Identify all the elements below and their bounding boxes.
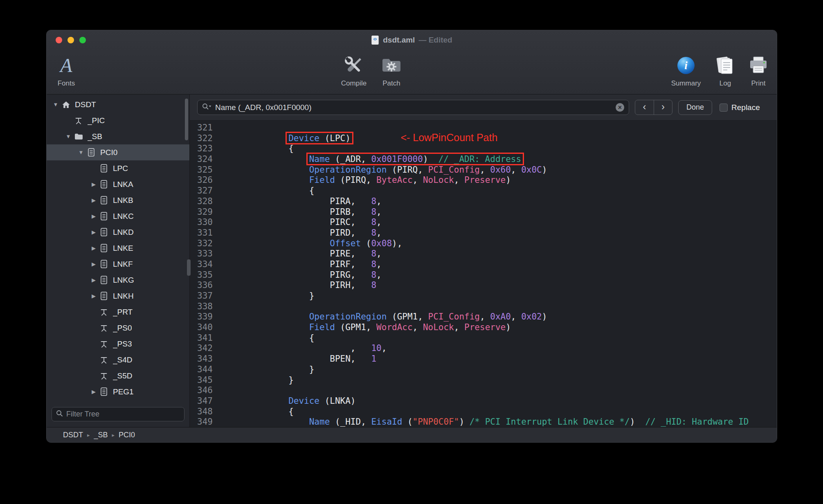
zoom-window-button[interactable] [79,37,86,43]
find-field[interactable]: × [197,100,629,115]
done-button[interactable]: Done [678,100,712,115]
close-window-button[interactable] [56,37,62,43]
disclosure-closed-icon[interactable]: ▶ [89,293,99,299]
replace-checkbox[interactable] [720,104,728,112]
code-line-346[interactable]: 346 [190,385,777,396]
tree-item-_S5D[interactable]: _S5D [47,368,189,384]
sidebar-resize-handle[interactable] [187,259,191,276]
tree-item-_SB[interactable]: ▼_SB [47,128,189,144]
disclosure-closed-icon[interactable]: ▶ [89,261,99,267]
code-line-330[interactable]: 330 PIRC, 8, [190,217,777,228]
code-line-348[interactable]: 348 { [190,407,777,417]
disclosure-closed-icon[interactable]: ▶ [89,181,99,187]
tree-item-_PS0[interactable]: _PS0 [47,320,189,336]
fonts-icon: A [60,52,72,79]
fonts-button[interactable]: A Fonts [48,52,84,88]
clear-search-button[interactable]: × [616,103,624,112]
code-line-323[interactable]: 323 { [190,144,777,154]
code-text: } [247,291,777,302]
code-line-332[interactable]: 332 Offset (0x08), [190,239,777,249]
breadcrumb-item-_SB[interactable]: _SB [94,431,108,439]
code-line-347[interactable]: 347 Device (LNKA) [190,396,777,407]
tree-item-LNKH[interactable]: ▶LNKH [47,288,189,304]
code-line-328[interactable]: 328 PIRA, 8, [190,196,777,207]
code-line-327[interactable]: 327 { [190,186,777,196]
filter-tree-area [47,404,189,427]
filter-tree-field[interactable] [52,407,184,421]
find-next-button[interactable]: › [654,100,672,115]
disclosure-open-icon[interactable]: ▼ [63,133,73,140]
compile-button[interactable]: Compile [336,52,372,88]
disclosure-closed-icon[interactable]: ▶ [89,197,99,203]
code-line-321[interactable]: 321 [190,123,777,133]
minimize-window-button[interactable] [67,37,74,43]
code-line-329[interactable]: 329 PIRB, 8, [190,207,777,218]
code-line-324[interactable]: 324 Name (_ADR, 0x001F0000) // _ADR: Add… [190,154,777,165]
disclosure-open-icon[interactable]: ▼ [76,149,86,155]
tree-item-_PIC[interactable]: _PIC [47,112,189,128]
tree-item-LNKC[interactable]: ▶LNKC [47,208,189,224]
code-line-336[interactable]: 336 PIRH, 8 [190,280,777,291]
tree-item-label: LNKF [113,260,133,269]
tree-item-LPC[interactable]: LPC [47,160,189,176]
code-line-331[interactable]: 331 PIRD, 8, [190,228,777,239]
search-options-icon[interactable] [202,103,212,112]
code-line-343[interactable]: 343 BPEN, 1 [190,354,777,364]
tree-item-LNKD[interactable]: ▶LNKD [47,224,189,240]
code-text: Name (_HID, EisaId ("PNP0C0F") /* PCI In… [247,417,777,427]
code-line-334[interactable]: 334 PIRF, 8, [190,259,777,270]
tree-item-label: LNKH [113,292,134,301]
summary-button[interactable]: i Summary [668,52,704,88]
code-text: , 10, [247,343,777,354]
breadcrumb-item-PCI0[interactable]: PCI0 [119,431,135,439]
disclosure-closed-icon[interactable]: ▶ [89,229,99,235]
code-line-338[interactable]: 338 [190,302,777,312]
tree-item-PEG1[interactable]: ▶PEG1 [47,384,189,400]
tree-item-label: PCI0 [100,148,117,157]
code-editor[interactable]: 321322 Device (LPC)<- LowPinCount Path32… [190,121,777,427]
tree-item-LNKA[interactable]: ▶LNKA [47,176,189,192]
line-number: 348 [190,407,215,417]
code-line-340[interactable]: 340 Field (GPM1, WordAcc, NoLock, Preser… [190,322,777,333]
code-line-326[interactable]: 326 Field (PIRQ, ByteAcc, NoLock, Preser… [190,175,777,186]
disclosure-open-icon[interactable]: ▼ [51,101,61,108]
tree-item-DSDT[interactable]: ▼DSDT [47,97,189,112]
method-icon [73,117,84,125]
find-input[interactable] [215,103,612,112]
print-button[interactable]: Print [740,52,776,88]
breadcrumb-item-DSDT[interactable]: DSDT [63,431,83,439]
toolbar: A Fonts Compile [47,50,777,94]
code-line-335[interactable]: 335 PIRG, 8, [190,270,777,281]
patch-button[interactable]: Patch [373,52,409,88]
compile-label: Compile [341,79,367,88]
tree-item-_PS3[interactable]: _PS3 [47,336,189,352]
tree-item-_S4D[interactable]: _S4D [47,352,189,368]
code-text: Offset (0x08), [247,239,777,249]
tree-item-LNKF[interactable]: ▶LNKF [47,256,189,272]
log-button[interactable]: Log [707,52,743,88]
code-line-345[interactable]: 345 } [190,375,777,386]
code-line-341[interactable]: 341 { [190,333,777,344]
disclosure-closed-icon[interactable]: ▶ [89,277,99,283]
code-line-337[interactable]: 337 } [190,291,777,302]
tree-item-LNKB[interactable]: ▶LNKB [47,192,189,208]
tree-item-LNKE[interactable]: ▶LNKE [47,240,189,256]
disclosure-closed-icon[interactable]: ▶ [89,213,99,219]
tree-item-PCI0[interactable]: ▼PCI0 [47,144,189,160]
code-line-339[interactable]: 339 OperationRegion (GPM1, PCI_Config, 0… [190,312,777,322]
find-previous-button[interactable]: ‹ [635,100,654,115]
code-line-322[interactable]: 322 Device (LPC)<- LowPinCount Path [190,133,777,144]
disclosure-closed-icon[interactable]: ▶ [89,245,99,251]
code-line-349[interactable]: 349 Name (_HID, EisaId ("PNP0C0F") /* PC… [190,417,777,427]
code-line-333[interactable]: 333 PIRE, 8, [190,249,777,259]
tree-item-_PRT[interactable]: _PRT [47,304,189,320]
sidebar-scrollbar-thumb[interactable] [185,99,188,140]
code-line-325[interactable]: 325 OperationRegion (PIRQ, PCI_Config, 0… [190,165,777,176]
line-number: 323 [190,144,215,154]
tree-item-LNKG[interactable]: ▶LNKG [47,272,189,288]
code-line-342[interactable]: 342 , 10, [190,343,777,354]
disclosure-closed-icon[interactable]: ▶ [89,389,99,395]
code-line-344[interactable]: 344 } [190,364,777,375]
device-icon [99,276,109,284]
filter-tree-input[interactable] [66,410,180,418]
